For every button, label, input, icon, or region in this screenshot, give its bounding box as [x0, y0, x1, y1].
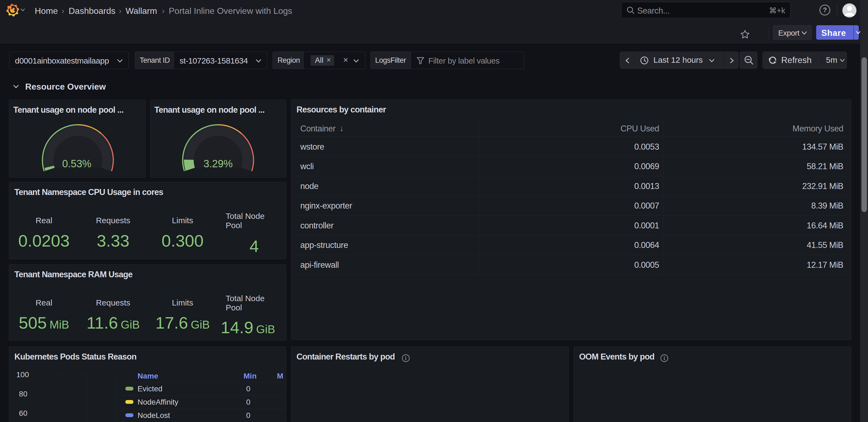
svg-text:0.53%: 0.53%	[62, 158, 91, 169]
svg-text:?: ?	[823, 6, 827, 13]
svg-text:3.29%: 3.29%	[204, 158, 233, 169]
